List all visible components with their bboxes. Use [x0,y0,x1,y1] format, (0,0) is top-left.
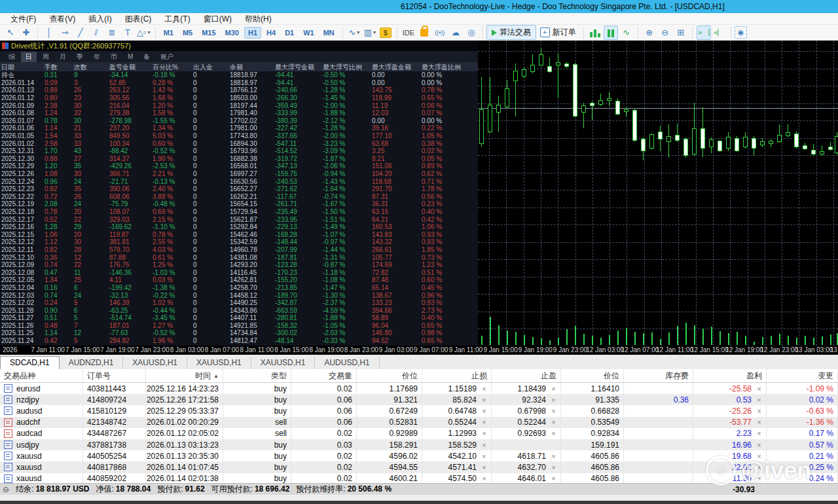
screenshot-camera-icon[interactable]: ◉ [735,26,748,39]
stats-tab-备[interactable]: 备 [139,52,155,62]
order-row[interactable]: xauusd4408178682026.01.14 01:07:45buy0.0… [0,461,838,473]
close-x-button[interactable]: × [756,452,762,460]
close-x-button[interactable]: × [551,452,556,460]
timeframe-w1[interactable]: W1 [299,27,318,39]
ide-button[interactable]: IDE [401,26,416,40]
close-x-button[interactable]: × [551,396,556,404]
close-x-button[interactable]: × [756,463,762,471]
line-chart-mode-icon[interactable]: ∿ [619,26,634,40]
close-x-button[interactable]: × [481,385,487,393]
timeframe-m5[interactable]: M5 [179,27,196,39]
chart-tab-xauusdh1[interactable]: XAUUSD,H1 [187,357,251,369]
stats-tab-M[interactable]: M [123,52,137,61]
orders-col-header[interactable]: 订单号 [83,369,146,382]
orders-col-header[interactable]: 止损 [422,369,492,382]
menu-item[interactable]: 查看(V) [43,13,82,25]
collapse-icon[interactable]: ⊖ [3,485,9,494]
signals-icon[interactable]: ((•)) [433,26,447,40]
shift-end-icon[interactable]: »⎹ [697,26,711,40]
trendline-tool-icon[interactable]: ╱ [73,26,88,40]
timeframe-m15[interactable]: M15 [198,27,219,39]
stats-tab-币[interactable]: 币 [106,52,122,62]
close-x-button[interactable]: × [551,407,556,415]
orders-col-header[interactable]: 交易品种 [0,369,83,382]
timeframe-mn[interactable]: MN [319,27,338,39]
close-x-button[interactable]: × [756,475,762,482]
close-x-button[interactable]: × [551,463,556,471]
stats-tab-日[interactable]: 日 [21,52,37,62]
close-x-button[interactable]: × [756,407,762,415]
close-x-button[interactable]: × [551,418,556,426]
zoom-in-icon[interactable]: ⊕ [642,26,657,40]
menu-item[interactable]: 插入(I) [82,13,118,25]
stats-tab-季[interactable]: 季 [72,52,88,62]
fibonacci-tool-icon[interactable]: ≣ [105,26,119,40]
orders-col-header[interactable]: 库存费 [624,369,693,382]
close-x-button[interactable]: × [551,429,556,437]
stats-tab-周[interactable]: 周 [38,52,54,62]
close-x-button[interactable]: × [481,396,487,404]
cursor-tool-icon[interactable]: ↖ [3,26,18,40]
close-x-button[interactable]: × [481,418,487,426]
stats-tab-综[interactable]: 综 [4,52,20,62]
crosshair-tool-icon[interactable]: ✚ [19,26,33,40]
close-x-button[interactable]: × [756,441,762,449]
orders-col-header[interactable]: 类型 [223,369,291,382]
menu-item[interactable]: 工具(T) [158,13,196,25]
timeframe-m30[interactable]: M30 [221,27,243,39]
close-x-button[interactable]: × [551,475,556,482]
stats-tab-年[interactable]: 年 [89,52,105,62]
menu-item[interactable]: 窗口(W) [197,13,238,25]
close-x-button[interactable]: × [756,418,762,426]
menu-item[interactable]: 帮助(H) [238,13,278,25]
orders-col-header[interactable]: 价位 [561,369,624,382]
chart-tab-audnzdh1[interactable]: AUDNZD,H1 [60,357,124,369]
menu-item[interactable]: 文件(F) [4,13,43,25]
timeframe-d1[interactable]: D1 [281,27,298,39]
order-row[interactable]: audcad4344872672026.01.12 02:05:02sell0.… [0,428,838,439]
chart-canvas[interactable] [478,41,838,346]
order-row[interactable]: xauusd4405052542026.01.13 20:35:30buy0.0… [0,450,838,461]
close-x-button[interactable]: × [481,407,487,415]
close-x-button[interactable]: × [551,385,556,393]
close-x-button[interactable]: × [481,475,487,482]
close-x-button[interactable]: × [756,429,762,437]
close-x-button[interactable]: × [756,396,762,404]
close-x-button[interactable]: × [481,452,487,460]
new-order-button[interactable]: +新订单 [536,26,580,39]
close-x-button[interactable]: × [481,441,487,449]
bar-chart-mode-icon[interactable] [588,26,602,40]
order-row[interactable]: usdjpy4378817382026.01.13 03:13:23buy0.0… [0,439,838,450]
chart-tab-sdcadh1[interactable]: SDCAD,H1 [0,356,60,369]
menu-item[interactable]: 图表(C) [118,13,158,25]
order-row[interactable]: audusd4158101292025.12.29 05:33:37buy0.0… [0,405,838,416]
stats-tab-月[interactable]: 月 [55,52,71,62]
order-row[interactable]: audchf4213487422026.01.02 00:20:29sell0.… [0,417,838,428]
indicator-window-icon[interactable]: ▥▾ [363,26,377,40]
orders-col-header[interactable]: 变更 [767,369,838,382]
timeframe-m1[interactable]: M1 [160,27,177,39]
close-x-button[interactable]: × [481,429,487,437]
chart-tab-audusdh1[interactable]: AUDUSD,H1 [315,357,379,369]
orders-col-header[interactable]: 交易量 [291,369,357,382]
cloud-icon[interactable]: ☁ [448,26,463,40]
currency-icon[interactable]: $ [378,26,393,40]
algo-trading-button[interactable]: 算法交易 [486,25,536,40]
community-icon[interactable]: ◎ [464,26,479,40]
timeframe-h1[interactable]: H1 [244,27,261,39]
market-button[interactable] [417,26,431,40]
close-x-button[interactable]: × [756,385,762,393]
tile-windows-icon[interactable]: ⊞ [674,26,688,40]
shapes-tool-icon[interactable]: △▫▾ [136,26,151,40]
orders-col-header[interactable]: 盈利 [693,369,767,382]
candlestick-mode-icon[interactable] [604,26,618,40]
orders-col-header[interactable]: 时间▲ [146,369,223,382]
orders-col-header[interactable]: 价位 [357,369,422,382]
orders-col-header[interactable]: 止盈 [492,369,561,382]
channel-tool-icon[interactable]: ⫽ [89,26,103,40]
indicators-icon[interactable]: ∿▾ [347,26,361,40]
vertical-line-tool-icon[interactable]: │ [42,26,56,40]
order-row[interactable]: eurusd4038114432025.12.16 14:23:23buy0.0… [0,383,838,394]
stats-tab-账户[interactable]: 账户 [156,52,178,62]
zoom-out-icon[interactable]: ⊖ [658,26,672,40]
